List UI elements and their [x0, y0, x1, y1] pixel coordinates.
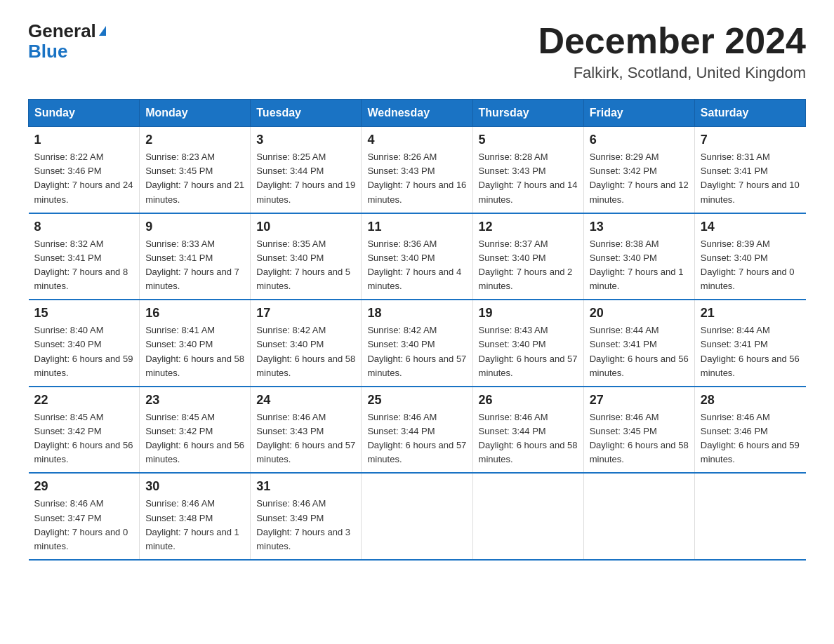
logo-triangle-icon: [99, 26, 106, 36]
day-info: Sunrise: 8:26 AMSunset: 3:43 PMDaylight:…: [367, 150, 466, 207]
calendar-day-18: 18Sunrise: 8:42 AMSunset: 3:40 PMDayligh…: [362, 300, 472, 387]
day-info: Sunrise: 8:39 AMSunset: 3:40 PMDaylight:…: [701, 237, 800, 294]
day-info: Sunrise: 8:44 AMSunset: 3:41 PMDaylight:…: [701, 323, 800, 380]
day-info: Sunrise: 8:46 AMSunset: 3:49 PMDaylight:…: [256, 497, 355, 554]
day-number: 25: [367, 393, 466, 408]
calendar-day-15: 15Sunrise: 8:40 AMSunset: 3:40 PMDayligh…: [29, 300, 140, 387]
calendar-table: SundayMondayTuesdayWednesdayThursdayFrid…: [28, 99, 806, 561]
calendar-header-row: SundayMondayTuesdayWednesdayThursdayFrid…: [29, 100, 806, 127]
calendar-day-20: 20Sunrise: 8:44 AMSunset: 3:41 PMDayligh…: [583, 300, 694, 387]
day-info: Sunrise: 8:35 AMSunset: 3:40 PMDaylight:…: [256, 237, 355, 294]
day-info: Sunrise: 8:32 AMSunset: 3:41 PMDaylight:…: [34, 237, 134, 294]
col-header-thursday: Thursday: [472, 100, 583, 127]
day-number: 15: [34, 306, 134, 321]
calendar-week-row: 29Sunrise: 8:46 AMSunset: 3:47 PMDayligh…: [29, 473, 806, 560]
day-info: Sunrise: 8:36 AMSunset: 3:40 PMDaylight:…: [367, 237, 466, 294]
day-number: 10: [256, 220, 355, 234]
calendar-day-empty: [583, 473, 694, 560]
day-number: 26: [479, 393, 578, 408]
day-info: Sunrise: 8:46 AMSunset: 3:45 PMDaylight:…: [590, 410, 689, 467]
day-number: 31: [256, 479, 355, 494]
day-number: 1: [34, 133, 134, 147]
day-number: 3: [256, 133, 355, 147]
day-info: Sunrise: 8:40 AMSunset: 3:40 PMDaylight:…: [34, 323, 134, 380]
day-number: 13: [590, 220, 689, 234]
calendar-week-row: 1Sunrise: 8:22 AMSunset: 3:46 PMDaylight…: [29, 127, 806, 213]
calendar-day-14: 14Sunrise: 8:39 AMSunset: 3:40 PMDayligh…: [694, 213, 805, 300]
calendar-day-21: 21Sunrise: 8:44 AMSunset: 3:41 PMDayligh…: [694, 300, 805, 387]
day-number: 24: [256, 393, 355, 408]
day-info: Sunrise: 8:43 AMSunset: 3:40 PMDaylight:…: [479, 323, 578, 380]
day-number: 17: [256, 306, 355, 321]
day-number: 18: [367, 306, 466, 321]
day-info: Sunrise: 8:28 AMSunset: 3:43 PMDaylight:…: [479, 150, 578, 207]
day-number: 16: [145, 306, 244, 321]
calendar-day-16: 16Sunrise: 8:41 AMSunset: 3:40 PMDayligh…: [140, 300, 251, 387]
day-info: Sunrise: 8:46 AMSunset: 3:46 PMDaylight:…: [701, 410, 800, 467]
calendar-day-2: 2Sunrise: 8:23 AMSunset: 3:45 PMDaylight…: [140, 127, 251, 213]
day-number: 20: [590, 306, 689, 321]
calendar-day-25: 25Sunrise: 8:46 AMSunset: 3:44 PMDayligh…: [362, 387, 472, 474]
logo: General Blue: [28, 21, 106, 61]
day-number: 29: [34, 479, 134, 494]
calendar-day-empty: [694, 473, 805, 560]
calendar-day-22: 22Sunrise: 8:45 AMSunset: 3:42 PMDayligh…: [29, 387, 140, 474]
day-number: 28: [701, 393, 800, 408]
calendar-day-28: 28Sunrise: 8:46 AMSunset: 3:46 PMDayligh…: [694, 387, 805, 474]
calendar-subtitle: Falkirk, Scotland, United Kingdom: [538, 64, 806, 82]
page-header: General Blue December 2024 Falkirk, Scot…: [28, 21, 806, 82]
calendar-title: December 2024: [538, 21, 806, 61]
day-info: Sunrise: 8:42 AMSunset: 3:40 PMDaylight:…: [256, 323, 355, 380]
title-block: December 2024 Falkirk, Scotland, United …: [538, 21, 806, 82]
calendar-day-8: 8Sunrise: 8:32 AMSunset: 3:41 PMDaylight…: [29, 213, 140, 300]
calendar-day-27: 27Sunrise: 8:46 AMSunset: 3:45 PMDayligh…: [583, 387, 694, 474]
day-info: Sunrise: 8:46 AMSunset: 3:48 PMDaylight:…: [145, 497, 244, 554]
day-number: 22: [34, 393, 134, 408]
day-info: Sunrise: 8:42 AMSunset: 3:40 PMDaylight:…: [367, 323, 466, 380]
col-header-friday: Friday: [583, 100, 694, 127]
calendar-day-24: 24Sunrise: 8:46 AMSunset: 3:43 PMDayligh…: [251, 387, 362, 474]
day-number: 7: [701, 133, 800, 147]
calendar-day-empty: [362, 473, 472, 560]
day-info: Sunrise: 8:46 AMSunset: 3:43 PMDaylight:…: [256, 410, 355, 467]
calendar-day-29: 29Sunrise: 8:46 AMSunset: 3:47 PMDayligh…: [29, 473, 140, 560]
day-info: Sunrise: 8:33 AMSunset: 3:41 PMDaylight:…: [145, 237, 244, 294]
day-number: 14: [701, 220, 800, 234]
day-info: Sunrise: 8:29 AMSunset: 3:42 PMDaylight:…: [590, 150, 689, 207]
day-number: 27: [590, 393, 689, 408]
col-header-saturday: Saturday: [694, 100, 805, 127]
day-info: Sunrise: 8:37 AMSunset: 3:40 PMDaylight:…: [479, 237, 578, 294]
day-info: Sunrise: 8:22 AMSunset: 3:46 PMDaylight:…: [34, 150, 134, 207]
logo-blue: Blue: [28, 41, 67, 62]
calendar-day-26: 26Sunrise: 8:46 AMSunset: 3:44 PMDayligh…: [472, 387, 583, 474]
day-number: 2: [145, 133, 244, 147]
day-number: 6: [590, 133, 689, 147]
day-number: 9: [145, 220, 244, 234]
calendar-day-7: 7Sunrise: 8:31 AMSunset: 3:41 PMDaylight…: [694, 127, 805, 213]
day-info: Sunrise: 8:25 AMSunset: 3:44 PMDaylight:…: [256, 150, 355, 207]
col-header-tuesday: Tuesday: [251, 100, 362, 127]
day-info: Sunrise: 8:41 AMSunset: 3:40 PMDaylight:…: [145, 323, 244, 380]
calendar-week-row: 15Sunrise: 8:40 AMSunset: 3:40 PMDayligh…: [29, 300, 806, 387]
calendar-day-19: 19Sunrise: 8:43 AMSunset: 3:40 PMDayligh…: [472, 300, 583, 387]
calendar-day-31: 31Sunrise: 8:46 AMSunset: 3:49 PMDayligh…: [251, 473, 362, 560]
calendar-day-5: 5Sunrise: 8:28 AMSunset: 3:43 PMDaylight…: [472, 127, 583, 213]
day-info: Sunrise: 8:45 AMSunset: 3:42 PMDaylight:…: [145, 410, 244, 467]
day-number: 5: [479, 133, 578, 147]
calendar-day-11: 11Sunrise: 8:36 AMSunset: 3:40 PMDayligh…: [362, 213, 472, 300]
calendar-day-4: 4Sunrise: 8:26 AMSunset: 3:43 PMDaylight…: [362, 127, 472, 213]
calendar-day-13: 13Sunrise: 8:38 AMSunset: 3:40 PMDayligh…: [583, 213, 694, 300]
calendar-week-row: 22Sunrise: 8:45 AMSunset: 3:42 PMDayligh…: [29, 387, 806, 474]
calendar-day-17: 17Sunrise: 8:42 AMSunset: 3:40 PMDayligh…: [251, 300, 362, 387]
calendar-week-row: 8Sunrise: 8:32 AMSunset: 3:41 PMDaylight…: [29, 213, 806, 300]
calendar-day-12: 12Sunrise: 8:37 AMSunset: 3:40 PMDayligh…: [472, 213, 583, 300]
col-header-monday: Monday: [140, 100, 251, 127]
day-number: 11: [367, 220, 466, 234]
calendar-day-6: 6Sunrise: 8:29 AMSunset: 3:42 PMDaylight…: [583, 127, 694, 213]
day-info: Sunrise: 8:38 AMSunset: 3:40 PMDaylight:…: [590, 237, 689, 294]
day-number: 4: [367, 133, 466, 147]
calendar-day-empty: [472, 473, 583, 560]
calendar-day-9: 9Sunrise: 8:33 AMSunset: 3:41 PMDaylight…: [140, 213, 251, 300]
calendar-day-1: 1Sunrise: 8:22 AMSunset: 3:46 PMDaylight…: [29, 127, 140, 213]
day-number: 12: [479, 220, 578, 234]
